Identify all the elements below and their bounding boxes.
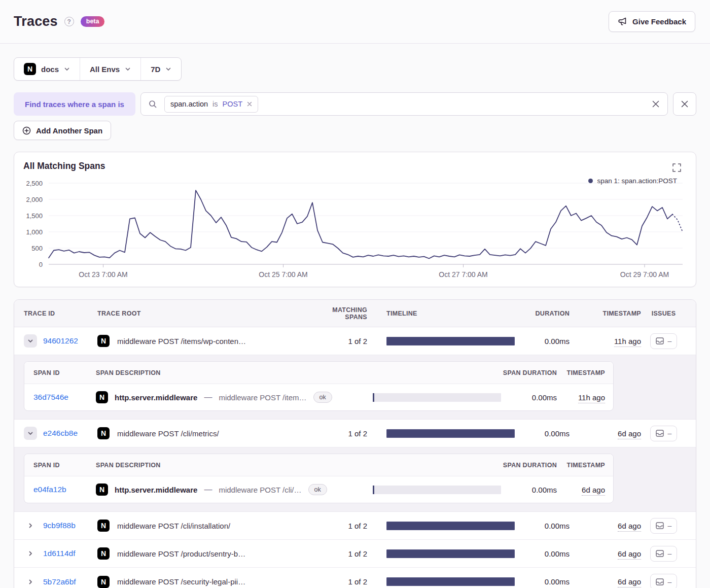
nextjs-icon: N xyxy=(97,427,110,439)
span-timestamp-value[interactable]: 6d ago xyxy=(582,486,605,496)
remove-token-icon[interactable] xyxy=(247,101,252,107)
collapse-trace-button[interactable] xyxy=(24,427,37,440)
issues-button[interactable]: – xyxy=(650,426,678,441)
timestamp-value[interactable]: 6d ago xyxy=(618,549,641,560)
spans-line-chart: Oct 23 7:00 AMOct 25 7:00 AMOct 27 7:00 … xyxy=(14,175,697,284)
nextjs-icon: N xyxy=(24,63,36,75)
give-feedback-button[interactable]: Give Feedback xyxy=(609,11,695,32)
timestamp-value[interactable]: 6d ago xyxy=(618,577,641,587)
trace-root-label: middleware POST /cli/installation/ xyxy=(117,522,230,530)
span-separator: — xyxy=(204,393,212,402)
timestamp-value[interactable]: 6d ago xyxy=(618,429,641,439)
find-span-label: Find traces where a span is xyxy=(14,92,135,116)
token-operator: is xyxy=(212,100,218,108)
megaphone-icon xyxy=(618,17,627,26)
col-trace-id: TRACE ID xyxy=(24,310,97,317)
project-selector[interactable]: N docs xyxy=(14,58,80,80)
matching-spans-count: 1 of 2 xyxy=(311,429,367,438)
clear-search-icon[interactable] xyxy=(652,100,660,108)
expand-trace-button[interactable] xyxy=(24,519,37,532)
chevron-right-icon xyxy=(27,550,33,557)
col-span-description: SPAN DESCRIPTION xyxy=(96,369,373,376)
expand-chart-icon[interactable] xyxy=(672,163,681,172)
token-value: POST xyxy=(223,100,242,108)
trace-id-link[interactable]: 94601262 xyxy=(43,336,78,345)
col-matching-spans: MATCHING SPANS xyxy=(311,306,367,321)
svg-text:Oct 27 7:00 AM: Oct 27 7:00 AM xyxy=(439,270,488,279)
collapse-trace-button[interactable] xyxy=(24,334,37,348)
search-icon xyxy=(149,100,157,109)
span-timestamp-value[interactable]: 11h ago xyxy=(578,393,605,403)
chevron-right-icon xyxy=(27,579,33,585)
span-status-badge: ok xyxy=(313,392,332,403)
svg-text:2,500: 2,500 xyxy=(26,180,43,187)
trace-table-row: 5b72a6bfNmiddleware POST /security-legal… xyxy=(14,568,696,588)
span-table-row: e04fa12bNhttp.server.middleware—middlewa… xyxy=(24,476,613,503)
chevron-down-icon xyxy=(27,338,33,344)
chart-legend: span 1: span.action:POST xyxy=(588,177,677,185)
issues-empty-dash: – xyxy=(668,549,672,558)
nextjs-icon: N xyxy=(97,547,110,560)
trace-root-label: middleware POST /cli/metrics/ xyxy=(117,429,219,438)
issues-empty-dash: – xyxy=(668,522,672,530)
issues-button[interactable]: – xyxy=(650,546,678,562)
matching-spans-count: 1 of 2 xyxy=(311,522,367,530)
span-duration-value: 0.00ms xyxy=(501,393,557,402)
duration-value: 0.00ms xyxy=(515,522,570,530)
add-another-span-button[interactable]: Add Another Span xyxy=(14,121,111,140)
timestamp-value[interactable]: 6d ago xyxy=(618,522,641,532)
trace-table-row: e246cb8eNmiddleware POST /cli/metrics/1 … xyxy=(14,420,696,447)
span-status-badge: ok xyxy=(308,484,327,496)
expand-trace-button[interactable] xyxy=(24,575,37,588)
help-icon[interactable]: ? xyxy=(64,17,74,26)
span-operation: http.server.middleware xyxy=(115,393,197,402)
trace-id-link[interactable]: e246cb8e xyxy=(43,429,78,438)
span-search-input[interactable]: span.action is POST xyxy=(140,92,668,116)
svg-text:Oct 29 7:00 AM: Oct 29 7:00 AM xyxy=(620,270,669,279)
issues-empty-dash: – xyxy=(668,429,672,437)
span-description: middleware POST /cli/… xyxy=(219,486,301,494)
timeline-bar xyxy=(386,522,515,530)
svg-text:2,000: 2,000 xyxy=(26,196,43,203)
timestamp-value[interactable]: 11h ago xyxy=(614,337,641,347)
span-timeline-bar xyxy=(373,393,501,402)
expanded-spans-panel: SPAN IDSPAN DESCRIPTIONSPAN DURATIONTIME… xyxy=(14,447,696,512)
trace-root-label: middleware POST /product/sentry-b… xyxy=(117,549,245,558)
issues-icon xyxy=(656,522,664,529)
trace-id-link[interactable]: 5b72a6bf xyxy=(43,577,76,586)
chevron-down-icon xyxy=(64,66,70,72)
chevron-down-icon xyxy=(125,66,131,72)
col-trace-root: TRACE ROOT xyxy=(97,310,311,317)
page-title: Traces xyxy=(14,14,58,29)
search-filter-token[interactable]: span.action is POST xyxy=(164,96,258,113)
nextjs-icon: N xyxy=(97,576,110,588)
expand-trace-button[interactable] xyxy=(24,547,37,560)
legend-dot-icon xyxy=(588,179,593,183)
timeline-bar xyxy=(386,549,515,558)
table-header-row: TRACE ID TRACE ROOT MATCHING SPANS TIMEL… xyxy=(14,300,696,327)
project-label: docs xyxy=(41,65,59,74)
issues-button[interactable]: – xyxy=(650,333,678,349)
trace-id-link[interactable]: 1d6114df xyxy=(43,549,76,558)
span-id-link[interactable]: e04fa12b xyxy=(33,485,96,494)
span-description: middleware POST /item… xyxy=(219,393,306,402)
environment-selector[interactable]: All Envs xyxy=(80,58,140,80)
date-range-selector[interactable]: 7D xyxy=(140,58,181,80)
trace-id-link[interactable]: 9cb9f88b xyxy=(43,521,76,530)
issues-button[interactable]: – xyxy=(650,518,678,534)
trace-root-label: middleware POST /items/wp-conten… xyxy=(117,337,246,345)
issues-button[interactable]: – xyxy=(650,574,678,588)
col-span-timestamp: TIMESTAMP xyxy=(557,369,605,376)
col-span-duration: SPAN DURATION xyxy=(501,462,557,469)
issues-icon xyxy=(656,550,664,557)
remove-span-query-button[interactable] xyxy=(673,92,696,116)
svg-text:500: 500 xyxy=(31,245,43,252)
spans-subtable-header: SPAN IDSPAN DESCRIPTIONSPAN DURATIONTIME… xyxy=(24,454,613,476)
issues-icon xyxy=(656,430,664,437)
span-separator: — xyxy=(204,485,212,494)
spans-subtable: SPAN IDSPAN DESCRIPTIONSPAN DURATIONTIME… xyxy=(24,454,614,503)
beta-badge: beta xyxy=(81,16,105,27)
span-id-link[interactable]: 36d7546e xyxy=(33,393,96,402)
page-header: Traces ? beta Give Feedback xyxy=(0,0,710,44)
svg-text:Oct 23 7:00 AM: Oct 23 7:00 AM xyxy=(79,270,128,279)
